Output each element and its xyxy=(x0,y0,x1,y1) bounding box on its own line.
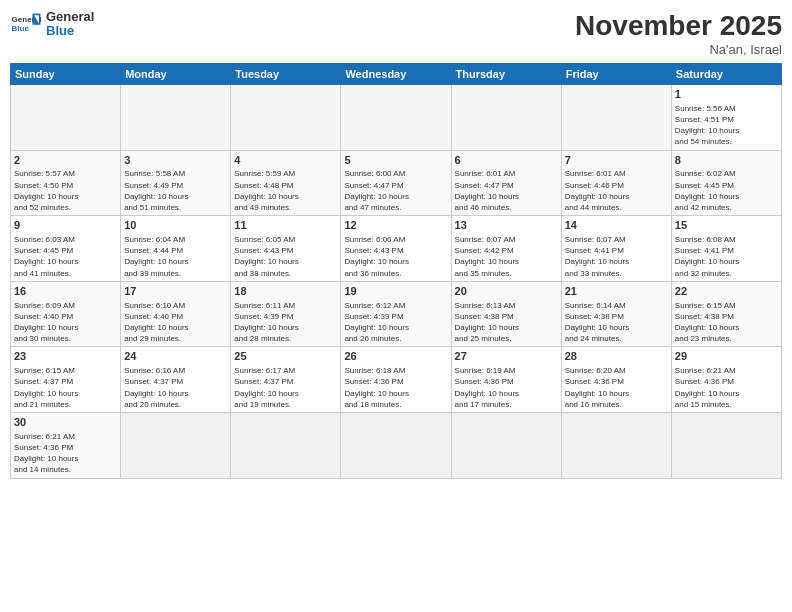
weekday-wednesday: Wednesday xyxy=(341,64,451,85)
day-number: 20 xyxy=(455,284,558,299)
day-cell xyxy=(121,412,231,478)
day-cell xyxy=(561,85,671,151)
weekday-saturday: Saturday xyxy=(671,64,781,85)
logo-blue-text: Blue xyxy=(46,24,94,38)
week-row-2: 9Sunrise: 6:03 AM Sunset: 4:45 PM Daylig… xyxy=(11,216,782,282)
day-number: 15 xyxy=(675,218,778,233)
day-number: 25 xyxy=(234,349,337,364)
day-number: 17 xyxy=(124,284,227,299)
day-info: Sunrise: 6:05 AM Sunset: 4:43 PM Dayligh… xyxy=(234,234,337,279)
day-cell: 28Sunrise: 6:20 AM Sunset: 4:36 PM Dayli… xyxy=(561,347,671,413)
day-info: Sunrise: 6:20 AM Sunset: 4:36 PM Dayligh… xyxy=(565,365,668,410)
day-info: Sunrise: 6:07 AM Sunset: 4:42 PM Dayligh… xyxy=(455,234,558,279)
day-cell xyxy=(231,412,341,478)
day-number: 12 xyxy=(344,218,447,233)
day-info: Sunrise: 6:11 AM Sunset: 4:39 PM Dayligh… xyxy=(234,300,337,345)
day-cell xyxy=(341,412,451,478)
day-info: Sunrise: 6:21 AM Sunset: 4:36 PM Dayligh… xyxy=(14,431,117,476)
week-row-0: 1Sunrise: 5:56 AM Sunset: 4:51 PM Daylig… xyxy=(11,85,782,151)
day-number: 4 xyxy=(234,153,337,168)
day-cell xyxy=(121,85,231,151)
day-number: 10 xyxy=(124,218,227,233)
day-info: Sunrise: 6:15 AM Sunset: 4:37 PM Dayligh… xyxy=(14,365,117,410)
day-info: Sunrise: 5:57 AM Sunset: 4:50 PM Dayligh… xyxy=(14,168,117,213)
day-cell: 13Sunrise: 6:07 AM Sunset: 4:42 PM Dayli… xyxy=(451,216,561,282)
day-info: Sunrise: 6:00 AM Sunset: 4:47 PM Dayligh… xyxy=(344,168,447,213)
day-number: 8 xyxy=(675,153,778,168)
day-cell: 2Sunrise: 5:57 AM Sunset: 4:50 PM Daylig… xyxy=(11,150,121,216)
week-row-5: 30Sunrise: 6:21 AM Sunset: 4:36 PM Dayli… xyxy=(11,412,782,478)
day-cell xyxy=(11,85,121,151)
weekday-friday: Friday xyxy=(561,64,671,85)
day-number: 30 xyxy=(14,415,117,430)
day-number: 11 xyxy=(234,218,337,233)
day-number: 2 xyxy=(14,153,117,168)
day-cell xyxy=(671,412,781,478)
day-cell xyxy=(451,85,561,151)
day-cell: 29Sunrise: 6:21 AM Sunset: 4:36 PM Dayli… xyxy=(671,347,781,413)
day-info: Sunrise: 6:04 AM Sunset: 4:44 PM Dayligh… xyxy=(124,234,227,279)
day-number: 28 xyxy=(565,349,668,364)
day-cell: 14Sunrise: 6:07 AM Sunset: 4:41 PM Dayli… xyxy=(561,216,671,282)
week-row-3: 16Sunrise: 6:09 AM Sunset: 4:40 PM Dayli… xyxy=(11,281,782,347)
day-info: Sunrise: 6:07 AM Sunset: 4:41 PM Dayligh… xyxy=(565,234,668,279)
day-number: 16 xyxy=(14,284,117,299)
location: Na'an, Israel xyxy=(575,42,782,57)
header: General Blue General Blue November 2025 … xyxy=(10,10,782,57)
day-cell xyxy=(341,85,451,151)
day-cell: 8Sunrise: 6:02 AM Sunset: 4:45 PM Daylig… xyxy=(671,150,781,216)
weekday-tuesday: Tuesday xyxy=(231,64,341,85)
day-number: 9 xyxy=(14,218,117,233)
day-cell: 9Sunrise: 6:03 AM Sunset: 4:45 PM Daylig… xyxy=(11,216,121,282)
day-number: 29 xyxy=(675,349,778,364)
day-number: 27 xyxy=(455,349,558,364)
day-number: 14 xyxy=(565,218,668,233)
day-number: 6 xyxy=(455,153,558,168)
day-cell: 1Sunrise: 5:56 AM Sunset: 4:51 PM Daylig… xyxy=(671,85,781,151)
day-cell: 23Sunrise: 6:15 AM Sunset: 4:37 PM Dayli… xyxy=(11,347,121,413)
day-info: Sunrise: 6:03 AM Sunset: 4:45 PM Dayligh… xyxy=(14,234,117,279)
day-cell: 11Sunrise: 6:05 AM Sunset: 4:43 PM Dayli… xyxy=(231,216,341,282)
day-info: Sunrise: 5:58 AM Sunset: 4:49 PM Dayligh… xyxy=(124,168,227,213)
day-number: 18 xyxy=(234,284,337,299)
logo: General Blue General Blue xyxy=(10,10,94,39)
day-number: 21 xyxy=(565,284,668,299)
day-cell: 24Sunrise: 6:16 AM Sunset: 4:37 PM Dayli… xyxy=(121,347,231,413)
day-cell: 30Sunrise: 6:21 AM Sunset: 4:36 PM Dayli… xyxy=(11,412,121,478)
day-cell: 27Sunrise: 6:19 AM Sunset: 4:36 PM Dayli… xyxy=(451,347,561,413)
day-number: 7 xyxy=(565,153,668,168)
day-cell: 25Sunrise: 6:17 AM Sunset: 4:37 PM Dayli… xyxy=(231,347,341,413)
day-info: Sunrise: 6:01 AM Sunset: 4:47 PM Dayligh… xyxy=(455,168,558,213)
day-info: Sunrise: 6:10 AM Sunset: 4:40 PM Dayligh… xyxy=(124,300,227,345)
page: General Blue General Blue November 2025 … xyxy=(0,0,792,612)
day-info: Sunrise: 6:12 AM Sunset: 4:39 PM Dayligh… xyxy=(344,300,447,345)
day-number: 24 xyxy=(124,349,227,364)
day-info: Sunrise: 6:02 AM Sunset: 4:45 PM Dayligh… xyxy=(675,168,778,213)
day-info: Sunrise: 6:21 AM Sunset: 4:36 PM Dayligh… xyxy=(675,365,778,410)
day-cell: 19Sunrise: 6:12 AM Sunset: 4:39 PM Dayli… xyxy=(341,281,451,347)
day-info: Sunrise: 6:01 AM Sunset: 4:46 PM Dayligh… xyxy=(565,168,668,213)
day-cell: 17Sunrise: 6:10 AM Sunset: 4:40 PM Dayli… xyxy=(121,281,231,347)
day-number: 5 xyxy=(344,153,447,168)
day-info: Sunrise: 6:18 AM Sunset: 4:36 PM Dayligh… xyxy=(344,365,447,410)
day-info: Sunrise: 6:19 AM Sunset: 4:36 PM Dayligh… xyxy=(455,365,558,410)
day-cell: 16Sunrise: 6:09 AM Sunset: 4:40 PM Dayli… xyxy=(11,281,121,347)
day-info: Sunrise: 5:59 AM Sunset: 4:48 PM Dayligh… xyxy=(234,168,337,213)
day-info: Sunrise: 6:06 AM Sunset: 4:43 PM Dayligh… xyxy=(344,234,447,279)
day-cell: 15Sunrise: 6:08 AM Sunset: 4:41 PM Dayli… xyxy=(671,216,781,282)
day-number: 26 xyxy=(344,349,447,364)
day-cell: 26Sunrise: 6:18 AM Sunset: 4:36 PM Dayli… xyxy=(341,347,451,413)
day-info: Sunrise: 6:09 AM Sunset: 4:40 PM Dayligh… xyxy=(14,300,117,345)
day-number: 1 xyxy=(675,87,778,102)
day-info: Sunrise: 5:56 AM Sunset: 4:51 PM Dayligh… xyxy=(675,103,778,148)
day-cell xyxy=(451,412,561,478)
logo-general-text: General xyxy=(46,10,94,24)
weekday-thursday: Thursday xyxy=(451,64,561,85)
day-info: Sunrise: 6:16 AM Sunset: 4:37 PM Dayligh… xyxy=(124,365,227,410)
day-cell xyxy=(231,85,341,151)
day-cell: 6Sunrise: 6:01 AM Sunset: 4:47 PM Daylig… xyxy=(451,150,561,216)
day-number: 22 xyxy=(675,284,778,299)
day-cell: 20Sunrise: 6:13 AM Sunset: 4:38 PM Dayli… xyxy=(451,281,561,347)
logo-icon: General Blue xyxy=(10,10,42,38)
day-cell: 12Sunrise: 6:06 AM Sunset: 4:43 PM Dayli… xyxy=(341,216,451,282)
